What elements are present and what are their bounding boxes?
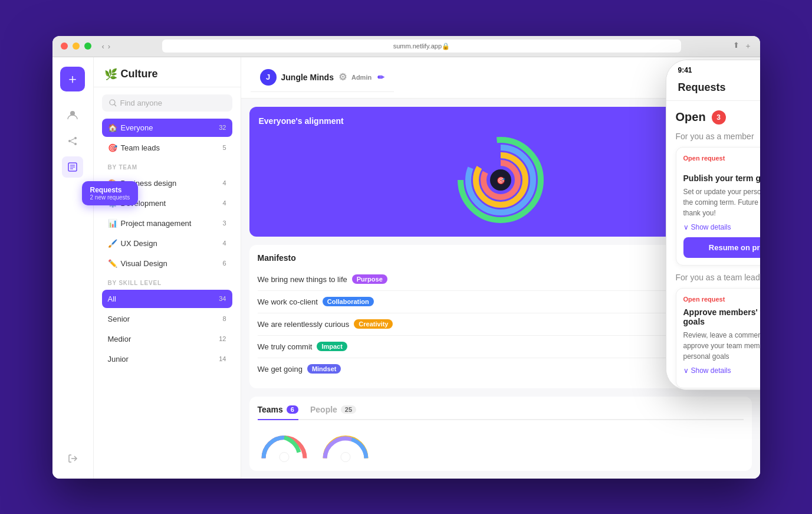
culture-header: 🌿 Culture	[94, 57, 241, 87]
phone-statusbar: 9:41	[666, 60, 760, 77]
sidebar-item-requests[interactable]	[62, 156, 83, 178]
culture-list: 🏠 Everyone 32 🎯 Team leads 5 BY TEAM	[94, 119, 241, 378]
app-logo: ＋	[60, 67, 85, 91]
team-ux-design[interactable]: 🖌️UX Design 4	[102, 234, 232, 253]
manifesto-title: Manifesto	[258, 253, 296, 263]
culture-panel: 🌿 Culture Find anyone 🏠 Everyone 32	[94, 57, 241, 479]
tag-mindset: Mindset	[307, 364, 341, 374]
member-section-label: For you as a member	[676, 132, 760, 141]
add-tab-icon[interactable]: ＋	[744, 41, 752, 51]
teams-count: 6	[287, 405, 298, 414]
minimize-btn[interactable]	[73, 42, 80, 50]
skill-all[interactable]: All 34	[102, 290, 232, 308]
member-request-header: Open request	[683, 155, 760, 169]
brand-avatar: J	[260, 69, 277, 86]
member-request-card: Open request Publish your term goals Set…	[676, 147, 760, 266]
by-team-label: BY TEAM	[108, 164, 226, 171]
phone-mockup: 9:41 Requests ☰ Open 3 For you as a memb…	[666, 60, 760, 390]
team-lead-request-card: Open request Approve members' term goals…	[676, 288, 760, 388]
phone-content: Open 3 For you as a member Open request …	[666, 101, 760, 389]
mac-window: ‹ › summ.netlify.app 🔒 ⬆ ＋ ＋	[52, 36, 760, 479]
by-skill-label: BY SKILL LEVEL	[108, 280, 226, 286]
svg-line-12	[114, 104, 116, 106]
share-icon[interactable]: ⬆	[733, 41, 739, 51]
mini-charts	[258, 427, 744, 463]
search-box[interactable]: Find anyone	[102, 94, 232, 112]
sidebar-bottom	[62, 448, 83, 469]
logo-icon: ＋	[66, 70, 79, 88]
sidebar: ＋ Requests 2 new requests	[52, 57, 94, 479]
everyone-item[interactable]: 🏠 Everyone 32	[102, 119, 232, 137]
tab-people[interactable]: People 25	[310, 405, 356, 419]
open-count-badge: 3	[712, 110, 726, 125]
team-leads-count: 5	[222, 144, 226, 151]
show-details-btn[interactable]: ∨ Show details	[683, 223, 760, 231]
phone-title: Requests	[678, 81, 726, 94]
requests-label: Requests	[90, 186, 130, 194]
member-request-title: Publish your term goals	[683, 173, 760, 183]
mac-actions: ⬆ ＋	[733, 41, 752, 51]
team-visual-design[interactable]: ✏️Visual Design 6	[102, 254, 232, 273]
svg-point-27	[280, 452, 289, 461]
svg-line-5	[71, 142, 74, 143]
people-count: 25	[341, 405, 356, 414]
close-btn[interactable]	[61, 42, 68, 50]
team-leads-item[interactable]: 🎯 Team leads 5	[102, 139, 232, 157]
team-leads-label: Team leads	[121, 143, 160, 152]
member-open-req-label: Open request	[683, 155, 725, 162]
teams-section: Teams 6 People 25	[249, 397, 752, 471]
tag-creativity: Creativity	[354, 319, 393, 329]
settings-icon: ⚙	[338, 71, 347, 83]
svg-point-1	[68, 140, 71, 142]
tag-collaboration: Collaboration	[323, 297, 374, 306]
nav-icons: ‹ ›	[102, 42, 111, 51]
arc-chart-1	[258, 427, 311, 463]
search-placeholder: Find anyone	[120, 99, 163, 107]
edit-icon[interactable]: ✏	[377, 73, 384, 82]
phone-time: 9:41	[678, 66, 692, 74]
skill-medior[interactable]: Medior 12	[102, 330, 232, 348]
brand-name: Jungle Minds	[281, 73, 334, 82]
sidebar-item-network[interactable]	[62, 130, 83, 152]
teams-tabs: Teams 6 People 25	[258, 405, 744, 420]
forward-icon[interactable]: ›	[108, 42, 110, 51]
role-badge: Admin	[351, 74, 372, 81]
open-header: Open 3	[676, 110, 760, 125]
everyone-count: 32	[219, 124, 226, 131]
skill-senior[interactable]: Senior 8	[102, 310, 232, 328]
back-icon[interactable]: ‹	[102, 42, 104, 51]
sidebar-item-person[interactable]	[62, 104, 83, 126]
tag-purpose: Purpose	[352, 274, 387, 284]
svg-line-4	[71, 139, 74, 140]
titlebar: ‹ › summ.netlify.app 🔒 ⬆ ＋	[52, 36, 760, 57]
team-project-management[interactable]: 📊Project management 3	[102, 214, 232, 233]
arc-chart-2	[319, 427, 372, 463]
everyone-label: Everyone	[121, 123, 153, 132]
requests-sub-label: 2 new requests	[90, 194, 130, 201]
app-content: ＋ Requests 2 new requests	[52, 57, 760, 479]
open-label: Open	[676, 110, 706, 124]
requests-popup[interactable]: Requests 2 new requests	[82, 181, 139, 205]
tab-teams[interactable]: Teams 6	[258, 405, 298, 420]
phone-header: Requests ☰	[666, 77, 760, 101]
team-lead-request-title: Approve members' term goals	[683, 307, 760, 326]
url-bar: summ.netlify.app 🔒	[162, 40, 680, 53]
team-lead-section-label: For you as a team lead	[676, 273, 760, 282]
member-request-desc: Set or update your personal goals for th…	[683, 186, 760, 218]
resume-btn[interactable]: Resume on profile	[683, 237, 760, 258]
svg-point-2	[74, 137, 77, 139]
tag-impact: Impact	[317, 342, 347, 351]
skill-junior[interactable]: Junior 14	[102, 350, 232, 368]
svg-point-3	[74, 143, 77, 145]
svg-text:🎯: 🎯	[496, 176, 505, 185]
sidebar-item-logout[interactable]	[62, 448, 83, 469]
svg-point-11	[110, 100, 115, 105]
team-lead-request-header: Open request	[683, 296, 760, 303]
brand-area: J Jungle Minds ⚙ Admin ✏	[251, 63, 395, 92]
team-lead-open-req-label: Open request	[683, 296, 725, 303]
show-details-btn-2[interactable]: ∨ Show details	[683, 366, 760, 375]
culture-title: Culture	[121, 68, 158, 80]
svg-point-28	[341, 452, 350, 461]
main-area: 🌿 Culture Find anyone 🏠 Everyone 32	[94, 57, 760, 479]
maximize-btn[interactable]	[84, 42, 91, 50]
